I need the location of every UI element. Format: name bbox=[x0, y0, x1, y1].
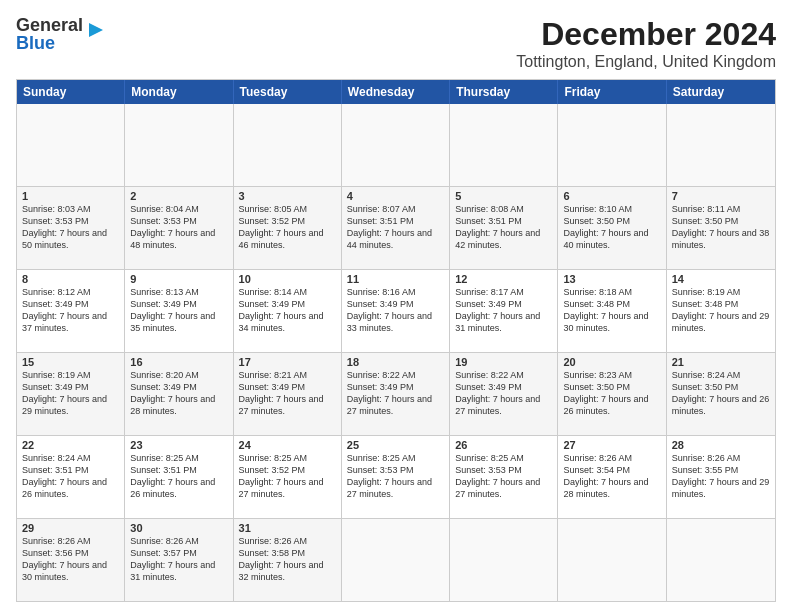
calendar-cell-w2d6: 14Sunrise: 8:19 AM Sunset: 3:48 PM Dayli… bbox=[667, 270, 775, 352]
day-number: 4 bbox=[347, 190, 444, 202]
day-number: 19 bbox=[455, 356, 552, 368]
calendar-cell-w4d3: 25Sunrise: 8:25 AM Sunset: 3:53 PM Dayli… bbox=[342, 436, 450, 518]
day-number: 5 bbox=[455, 190, 552, 202]
day-info: Sunrise: 8:11 AM Sunset: 3:50 PM Dayligh… bbox=[672, 203, 770, 252]
calendar-cell-w1d6: 7Sunrise: 8:11 AM Sunset: 3:50 PM Daylig… bbox=[667, 187, 775, 269]
day-number: 2 bbox=[130, 190, 227, 202]
calendar-cell-w5d1: 30Sunrise: 8:26 AM Sunset: 3:57 PM Dayli… bbox=[125, 519, 233, 601]
day-info: Sunrise: 8:14 AM Sunset: 3:49 PM Dayligh… bbox=[239, 286, 336, 335]
day-info: Sunrise: 8:20 AM Sunset: 3:49 PM Dayligh… bbox=[130, 369, 227, 418]
header: General Blue December 2024 Tottington, E… bbox=[16, 16, 776, 71]
day-number: 26 bbox=[455, 439, 552, 451]
day-number: 30 bbox=[130, 522, 227, 534]
logo: General Blue bbox=[16, 16, 107, 52]
day-info: Sunrise: 8:26 AM Sunset: 3:56 PM Dayligh… bbox=[22, 535, 119, 584]
calendar-week-2: 8Sunrise: 8:12 AM Sunset: 3:49 PM Daylig… bbox=[17, 270, 775, 353]
calendar-body: 1Sunrise: 8:03 AM Sunset: 3:53 PM Daylig… bbox=[17, 104, 775, 601]
calendar-cell-w1d4: 5Sunrise: 8:08 AM Sunset: 3:51 PM Daylig… bbox=[450, 187, 558, 269]
day-number: 8 bbox=[22, 273, 119, 285]
calendar-week-1: 1Sunrise: 8:03 AM Sunset: 3:53 PM Daylig… bbox=[17, 187, 775, 270]
header-monday: Monday bbox=[125, 80, 233, 104]
calendar-cell-w5d6 bbox=[667, 519, 775, 601]
day-number: 12 bbox=[455, 273, 552, 285]
calendar-cell-w2d0: 8Sunrise: 8:12 AM Sunset: 3:49 PM Daylig… bbox=[17, 270, 125, 352]
calendar-cell-w1d0: 1Sunrise: 8:03 AM Sunset: 3:53 PM Daylig… bbox=[17, 187, 125, 269]
calendar-cell-w1d3: 4Sunrise: 8:07 AM Sunset: 3:51 PM Daylig… bbox=[342, 187, 450, 269]
day-number: 22 bbox=[22, 439, 119, 451]
page-title: December 2024 bbox=[516, 16, 776, 53]
calendar-cell-w4d2: 24Sunrise: 8:25 AM Sunset: 3:52 PM Dayli… bbox=[234, 436, 342, 518]
calendar-cell-w1d1: 2Sunrise: 8:04 AM Sunset: 3:53 PM Daylig… bbox=[125, 187, 233, 269]
day-info: Sunrise: 8:19 AM Sunset: 3:49 PM Dayligh… bbox=[22, 369, 119, 418]
calendar-cell-w5d3 bbox=[342, 519, 450, 601]
calendar-cell-w2d4: 12Sunrise: 8:17 AM Sunset: 3:49 PM Dayli… bbox=[450, 270, 558, 352]
day-info: Sunrise: 8:26 AM Sunset: 3:57 PM Dayligh… bbox=[130, 535, 227, 584]
calendar-cell-w4d0: 22Sunrise: 8:24 AM Sunset: 3:51 PM Dayli… bbox=[17, 436, 125, 518]
calendar-week-4: 22Sunrise: 8:24 AM Sunset: 3:51 PM Dayli… bbox=[17, 436, 775, 519]
calendar-cell-w4d4: 26Sunrise: 8:25 AM Sunset: 3:53 PM Dayli… bbox=[450, 436, 558, 518]
day-info: Sunrise: 8:22 AM Sunset: 3:49 PM Dayligh… bbox=[455, 369, 552, 418]
calendar-cell-w2d5: 13Sunrise: 8:18 AM Sunset: 3:48 PM Dayli… bbox=[558, 270, 666, 352]
calendar-cell-w4d6: 28Sunrise: 8:26 AM Sunset: 3:55 PM Dayli… bbox=[667, 436, 775, 518]
day-info: Sunrise: 8:05 AM Sunset: 3:52 PM Dayligh… bbox=[239, 203, 336, 252]
day-number: 7 bbox=[672, 190, 770, 202]
calendar-cell-w0d1 bbox=[125, 104, 233, 186]
day-info: Sunrise: 8:16 AM Sunset: 3:49 PM Dayligh… bbox=[347, 286, 444, 335]
logo-arrow-icon bbox=[85, 19, 107, 41]
day-info: Sunrise: 8:10 AM Sunset: 3:50 PM Dayligh… bbox=[563, 203, 660, 252]
day-info: Sunrise: 8:12 AM Sunset: 3:49 PM Dayligh… bbox=[22, 286, 119, 335]
calendar-cell-w5d2: 31Sunrise: 8:26 AM Sunset: 3:58 PM Dayli… bbox=[234, 519, 342, 601]
day-number: 31 bbox=[239, 522, 336, 534]
day-number: 15 bbox=[22, 356, 119, 368]
header-tuesday: Tuesday bbox=[234, 80, 342, 104]
day-info: Sunrise: 8:04 AM Sunset: 3:53 PM Dayligh… bbox=[130, 203, 227, 252]
day-info: Sunrise: 8:24 AM Sunset: 3:50 PM Dayligh… bbox=[672, 369, 770, 418]
day-info: Sunrise: 8:07 AM Sunset: 3:51 PM Dayligh… bbox=[347, 203, 444, 252]
calendar-cell-w5d4 bbox=[450, 519, 558, 601]
calendar-week-3: 15Sunrise: 8:19 AM Sunset: 3:49 PM Dayli… bbox=[17, 353, 775, 436]
day-info: Sunrise: 8:23 AM Sunset: 3:50 PM Dayligh… bbox=[563, 369, 660, 418]
calendar: Sunday Monday Tuesday Wednesday Thursday… bbox=[16, 79, 776, 602]
header-sunday: Sunday bbox=[17, 80, 125, 104]
day-info: Sunrise: 8:24 AM Sunset: 3:51 PM Dayligh… bbox=[22, 452, 119, 501]
day-number: 3 bbox=[239, 190, 336, 202]
day-info: Sunrise: 8:13 AM Sunset: 3:49 PM Dayligh… bbox=[130, 286, 227, 335]
day-info: Sunrise: 8:17 AM Sunset: 3:49 PM Dayligh… bbox=[455, 286, 552, 335]
day-number: 10 bbox=[239, 273, 336, 285]
calendar-cell-w2d2: 10Sunrise: 8:14 AM Sunset: 3:49 PM Dayli… bbox=[234, 270, 342, 352]
day-info: Sunrise: 8:22 AM Sunset: 3:49 PM Dayligh… bbox=[347, 369, 444, 418]
calendar-cell-w0d4 bbox=[450, 104, 558, 186]
day-info: Sunrise: 8:25 AM Sunset: 3:52 PM Dayligh… bbox=[239, 452, 336, 501]
calendar-cell-w3d2: 17Sunrise: 8:21 AM Sunset: 3:49 PM Dayli… bbox=[234, 353, 342, 435]
day-number: 6 bbox=[563, 190, 660, 202]
calendar-cell-w1d2: 3Sunrise: 8:05 AM Sunset: 3:52 PM Daylig… bbox=[234, 187, 342, 269]
day-number: 27 bbox=[563, 439, 660, 451]
calendar-week-0 bbox=[17, 104, 775, 187]
day-info: Sunrise: 8:19 AM Sunset: 3:48 PM Dayligh… bbox=[672, 286, 770, 335]
calendar-cell-w0d3 bbox=[342, 104, 450, 186]
logo-blue: Blue bbox=[16, 34, 83, 52]
day-number: 28 bbox=[672, 439, 770, 451]
header-thursday: Thursday bbox=[450, 80, 558, 104]
day-number: 17 bbox=[239, 356, 336, 368]
calendar-cell-w3d5: 20Sunrise: 8:23 AM Sunset: 3:50 PM Dayli… bbox=[558, 353, 666, 435]
day-number: 14 bbox=[672, 273, 770, 285]
calendar-cell-w4d5: 27Sunrise: 8:26 AM Sunset: 3:54 PM Dayli… bbox=[558, 436, 666, 518]
day-number: 1 bbox=[22, 190, 119, 202]
day-number: 23 bbox=[130, 439, 227, 451]
calendar-cell-w4d1: 23Sunrise: 8:25 AM Sunset: 3:51 PM Dayli… bbox=[125, 436, 233, 518]
day-number: 29 bbox=[22, 522, 119, 534]
header-saturday: Saturday bbox=[667, 80, 775, 104]
calendar-cell-w5d5 bbox=[558, 519, 666, 601]
calendar-cell-w0d5 bbox=[558, 104, 666, 186]
calendar-cell-w3d1: 16Sunrise: 8:20 AM Sunset: 3:49 PM Dayli… bbox=[125, 353, 233, 435]
title-block: December 2024 Tottington, England, Unite… bbox=[516, 16, 776, 71]
day-info: Sunrise: 8:25 AM Sunset: 3:53 PM Dayligh… bbox=[347, 452, 444, 501]
day-info: Sunrise: 8:03 AM Sunset: 3:53 PM Dayligh… bbox=[22, 203, 119, 252]
day-number: 21 bbox=[672, 356, 770, 368]
calendar-cell-w0d2 bbox=[234, 104, 342, 186]
calendar-cell-w2d3: 11Sunrise: 8:16 AM Sunset: 3:49 PM Dayli… bbox=[342, 270, 450, 352]
day-info: Sunrise: 8:25 AM Sunset: 3:53 PM Dayligh… bbox=[455, 452, 552, 501]
day-number: 11 bbox=[347, 273, 444, 285]
day-info: Sunrise: 8:08 AM Sunset: 3:51 PM Dayligh… bbox=[455, 203, 552, 252]
